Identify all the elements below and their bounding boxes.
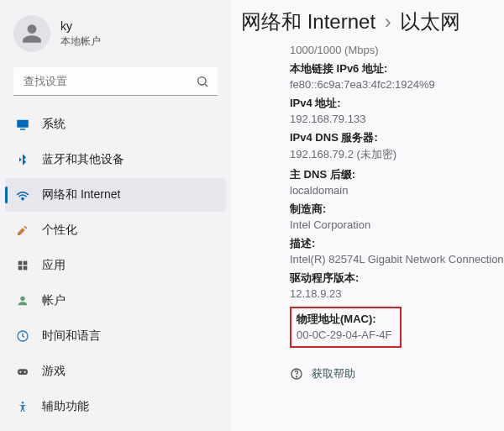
svg-point-4 [22,197,24,199]
nav-label: 个性化 [42,223,77,238]
ipv4dns-label: IPv4 DNS 服务器: [290,130,504,145]
time-icon [15,329,30,344]
dnssuffix-value: localdomain [290,184,504,197]
nav-item-bluetooth[interactable]: 蓝牙和其他设备 [5,143,226,176]
svg-point-13 [24,371,26,373]
nav-item-accessibility[interactable]: 辅助功能 [5,390,226,423]
nav-item-network[interactable]: 网络和 Internet [5,178,226,212]
nav-item-apps[interactable]: 应用 [5,249,226,282]
svg-point-9 [20,297,24,301]
ipv4-label: IPv4 地址: [290,96,504,111]
breadcrumb-current: 以太网 [400,10,460,33]
description-label: 描述: [290,236,504,251]
nav-item-personalization[interactable]: 个性化 [5,213,226,247]
breadcrumb-parent[interactable]: 网络和 Internet [241,10,375,33]
user-name: ky [60,19,101,33]
manufacturer-label: 制造商: [290,202,504,217]
dnssuffix-label: 主 DNS 后缀: [290,167,504,182]
svg-point-14 [22,402,24,404]
search-icon [196,75,209,88]
mac-value: 00-0C-29-04-AF-4F [297,329,391,341]
ipv4dns-value: 192.168.79.2 (未加密) [290,147,504,162]
nav: 系统 蓝牙和其他设备 网络和 Internet 个性化 应用 帐户 时间和语言 [0,108,231,431]
nav-label: 系统 [42,117,66,132]
nav-label: 应用 [42,258,66,273]
description-value: Intel(R) 82574L Gigabit Network Connecti… [290,253,504,265]
nav-label: 辅助功能 [42,399,89,414]
nav-label: 蓝牙和其他设备 [42,152,124,167]
bluetooth-icon [15,152,30,167]
driver-value: 12.18.9.23 [290,287,504,300]
nav-item-time[interactable]: 时间和语言 [5,319,226,353]
ipv6link-value: fe80::6c9a:7ea3:4fc2:1924%9 [290,78,504,91]
details: 1000/1000 (Mbps) 本地链接 IPv6 地址: fe80::6c9… [239,44,504,381]
svg-rect-6 [24,261,28,265]
accessibility-icon [15,399,30,414]
help-row[interactable]: 获取帮助 [290,366,504,381]
svg-rect-8 [24,266,28,271]
help-icon [290,367,303,381]
nav-label: 时间和语言 [42,329,101,344]
driver-label: 驱动程序版本: [290,271,504,286]
svg-rect-7 [18,266,23,271]
user-subtitle: 本地帐户 [60,34,101,49]
nav-label: 游戏 [42,364,66,379]
user-block[interactable]: ky 本地帐户 [0,7,231,67]
network-icon [15,187,30,202]
main: 网络和 Internet › 以太网 1000/1000 (Mbps) 本地链接… [231,0,504,431]
ipv6link-label: 本地链接 IPv6 地址: [290,61,504,76]
nav-item-system[interactable]: 系统 [5,108,226,141]
gaming-icon [15,364,30,379]
svg-point-0 [198,77,206,85]
svg-point-12 [19,371,21,373]
svg-rect-2 [17,120,29,128]
search-input[interactable] [13,67,218,96]
accounts-icon [15,293,30,308]
system-icon [15,117,30,132]
manufacturer-value: Intel Corporation [290,218,504,231]
nav-label: 网络和 Internet [42,187,120,202]
mac-highlight: 物理地址(MAC): 00-0C-29-04-AF-4F [290,307,402,348]
avatar [13,15,50,52]
svg-rect-5 [18,261,23,265]
help-label: 获取帮助 [312,366,355,381]
link-speed: 1000/1000 (Mbps) [290,44,504,56]
breadcrumb: 网络和 Internet › 以太网 [239,7,504,42]
mac-label: 物理地址(MAC): [297,312,391,327]
nav-item-gaming[interactable]: 游戏 [5,355,226,388]
breadcrumb-sep: › [385,10,391,33]
svg-rect-3 [20,129,25,130]
svg-rect-11 [18,369,28,375]
apps-icon [15,258,30,273]
svg-point-16 [296,376,297,377]
search-wrap [13,67,218,96]
nav-item-accounts[interactable]: 帐户 [5,284,226,318]
nav-label: 帐户 [42,293,66,308]
nav-item-privacy[interactable]: 隐私和安全性 [5,425,226,431]
svg-line-1 [205,84,207,87]
personalization-icon [15,223,30,238]
ipv4-value: 192.168.79.133 [290,113,504,125]
